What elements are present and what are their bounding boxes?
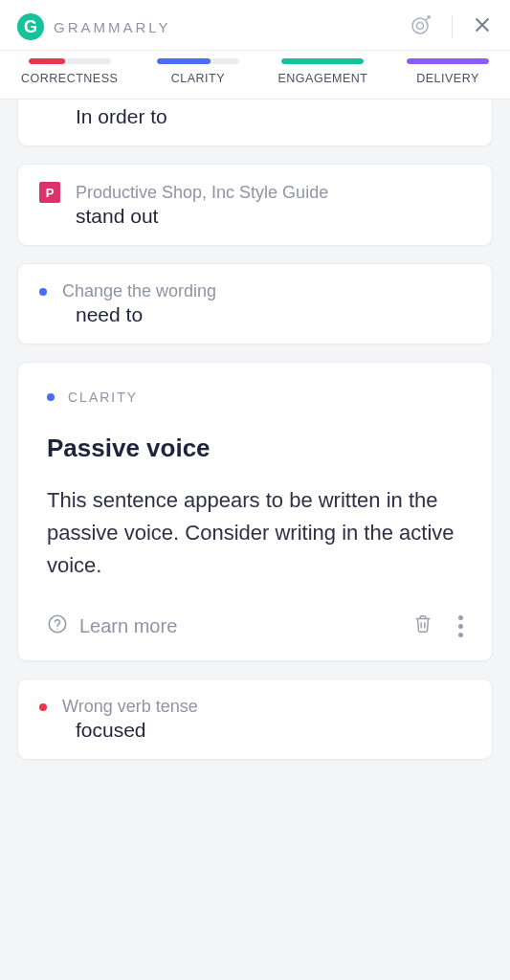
category-tabs: CORRECTNESS CLARITY ENGAGEMENT DELIVERY (0, 51, 510, 100)
suggestion-hint: Wrong verb tense (62, 697, 198, 717)
svg-point-0 (412, 18, 428, 33)
suggestion-hint: Change the wording (62, 281, 216, 301)
svg-point-1 (417, 23, 424, 30)
style-guide-badge: P (39, 182, 60, 203)
learn-more-label: Learn more (79, 615, 177, 637)
tab-delivery[interactable]: DELIVERY (407, 58, 489, 85)
suggestion-text: focused (39, 719, 471, 742)
tab-label: CORRECTNESS (21, 72, 118, 85)
suggestion-text: need to (39, 303, 471, 326)
header: G GRAMMARLY (0, 0, 510, 51)
category-dot-icon (39, 703, 47, 711)
suggestion-card[interactable]: Wrong verb tense focused (17, 679, 493, 760)
category-label: CLARITY (68, 390, 138, 405)
more-icon[interactable] (458, 615, 463, 637)
tab-engagement[interactable]: ENGAGEMENT (278, 58, 368, 85)
suggestion-list: In order to P Productive Shop, Inc Style… (0, 100, 510, 777)
suggestion-card[interactable]: In order to (17, 100, 493, 146)
help-icon (47, 613, 68, 639)
suggestion-body: This sentence appears to be written in t… (47, 484, 463, 582)
tab-label: ENGAGEMENT (278, 72, 368, 85)
category-dot-icon (39, 288, 47, 296)
svg-point-3 (56, 628, 57, 629)
divider (452, 15, 453, 38)
trash-icon[interactable] (412, 612, 433, 639)
suggestion-text: In order to (39, 105, 471, 128)
suggestion-actions: Learn more (47, 612, 463, 639)
suggestion-hint: Productive Shop, Inc Style Guide (76, 183, 328, 203)
suggestion-card[interactable]: Change the wording need to (17, 263, 493, 345)
svg-point-2 (49, 615, 65, 632)
suggestion-title: Passive voice (47, 434, 463, 463)
tab-label: CLARITY (171, 72, 225, 85)
brand: G GRAMMARLY (17, 13, 171, 40)
goals-icon[interactable] (410, 13, 432, 40)
tab-correctness[interactable]: CORRECTNESS (21, 58, 118, 85)
category-dot-icon (47, 393, 55, 401)
learn-more-button[interactable]: Learn more (47, 613, 177, 639)
suggestion-text: stand out (39, 205, 471, 228)
header-actions (410, 13, 493, 40)
suggestion-card-expanded: CLARITY Passive voice This sentence appe… (17, 362, 493, 661)
brand-name: GRAMMARLY (54, 19, 171, 35)
tab-label: DELIVERY (416, 72, 479, 85)
suggestion-card[interactable]: P Productive Shop, Inc Style Guide stand… (17, 164, 493, 246)
close-icon[interactable] (472, 14, 493, 39)
tab-clarity[interactable]: CLARITY (157, 58, 239, 85)
logo-icon: G (17, 13, 44, 40)
